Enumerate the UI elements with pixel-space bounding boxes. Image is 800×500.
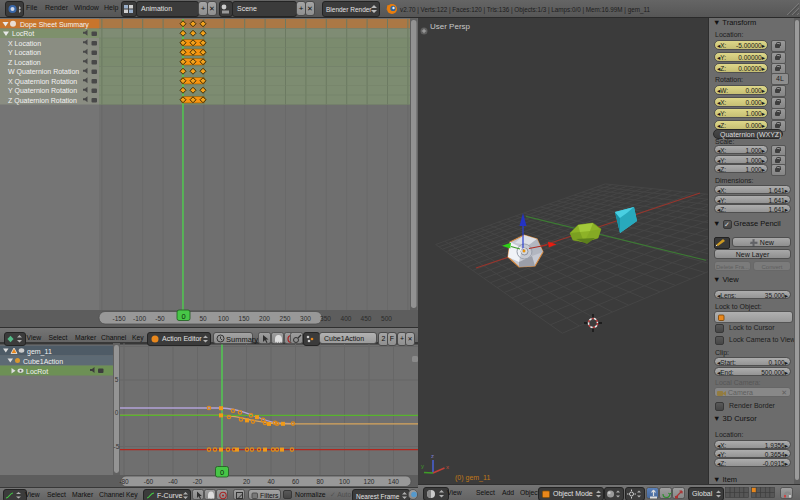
- svg-text:LocRot: LocRot: [26, 368, 48, 375]
- svg-text:40: 40: [267, 478, 275, 485]
- svg-text:(0) gem_11: (0) gem_11: [455, 474, 490, 482]
- svg-text:Z Quaternion Rotation: Z Quaternion Rotation: [8, 97, 77, 105]
- svg-text:-60: -60: [144, 478, 154, 485]
- svg-text:-50: -50: [155, 315, 165, 322]
- svg-text:-80: -80: [119, 478, 129, 485]
- svg-text:-5: -5: [114, 443, 120, 450]
- svg-text:-150: -150: [112, 315, 125, 322]
- svg-text:gem_11: gem_11: [27, 348, 52, 356]
- svg-text:5: 5: [115, 376, 119, 383]
- svg-text:0: 0: [220, 468, 224, 477]
- svg-text:20: 20: [243, 478, 251, 485]
- svg-text:-40: -40: [168, 478, 178, 485]
- svg-text:Dope Sheet Summary: Dope Sheet Summary: [20, 21, 89, 29]
- svg-text:X Quaternion Rotation: X Quaternion Rotation: [8, 78, 77, 86]
- svg-text:W Quaternion Rotation: W Quaternion Rotation: [8, 68, 79, 76]
- svg-text:Z Location: Z Location: [8, 59, 41, 66]
- svg-text:LocRot: LocRot: [12, 30, 34, 37]
- svg-text:X Location: X Location: [8, 40, 41, 47]
- svg-text:150: 150: [239, 315, 250, 322]
- svg-text:450: 450: [361, 315, 372, 322]
- svg-text:250: 250: [280, 315, 291, 322]
- svg-text:140: 140: [388, 478, 399, 485]
- svg-text:Y Location: Y Location: [8, 49, 41, 56]
- svg-text:400: 400: [341, 315, 352, 322]
- svg-text:z: z: [431, 453, 434, 459]
- svg-text:Cube1Action: Cube1Action: [23, 358, 63, 365]
- svg-text:300: 300: [300, 315, 311, 322]
- svg-text:User Persp: User Persp: [430, 22, 471, 31]
- svg-text:120: 120: [364, 478, 375, 485]
- svg-text:0: 0: [181, 312, 185, 321]
- svg-text:100: 100: [218, 315, 229, 322]
- svg-text:500: 500: [381, 315, 392, 322]
- svg-text:0: 0: [115, 409, 119, 416]
- svg-text:-20: -20: [193, 478, 203, 485]
- svg-text:100: 100: [339, 478, 350, 485]
- svg-text:350: 350: [320, 315, 331, 322]
- svg-text:60: 60: [292, 478, 300, 485]
- svg-text:y: y: [421, 463, 424, 469]
- svg-text:Y Quaternion Rotation: Y Quaternion Rotation: [8, 87, 77, 95]
- svg-text:-100: -100: [133, 315, 146, 322]
- svg-text:x: x: [446, 464, 449, 470]
- svg-text:200: 200: [259, 315, 270, 322]
- svg-text:80: 80: [316, 478, 324, 485]
- svg-text:50: 50: [199, 315, 207, 322]
